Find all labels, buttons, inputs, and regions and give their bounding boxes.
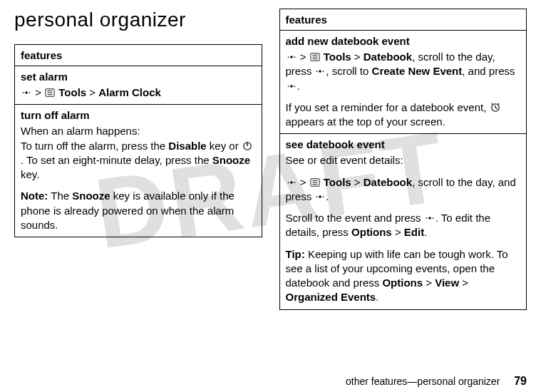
add-event-path: > Tools > Datebook, scroll to the day, p… <box>286 50 521 93</box>
text: key. <box>21 168 39 180</box>
right-table-header: features <box>279 9 527 31</box>
see-event-title: see datebook event <box>286 138 521 150</box>
tools-label: Tools <box>324 51 351 63</box>
separator: > <box>354 51 361 63</box>
page-footer: other features—personal organizer 79 <box>346 375 527 388</box>
text: , scroll to <box>326 65 371 77</box>
disable-key: Disable <box>168 140 206 152</box>
add-event-title: add new datebook event <box>286 35 521 47</box>
nav-dot-icon <box>315 191 325 201</box>
turn-off-alarm-title: turn off alarm <box>21 109 256 121</box>
text: Scroll to the event and press <box>286 212 424 224</box>
tools-icon <box>310 51 320 61</box>
view-label: View <box>435 277 459 289</box>
separator: > <box>395 226 401 238</box>
organized-events-label: Organized Events <box>286 291 376 303</box>
text: . To set an eight-minute delay, press th… <box>21 154 212 166</box>
nav-dot-icon <box>287 177 297 187</box>
tools-icon <box>45 87 55 97</box>
datebook-label: Datebook <box>364 51 412 63</box>
nav-dot-icon <box>315 66 325 76</box>
text: . <box>376 291 378 303</box>
text: The <box>48 190 72 202</box>
row-add-event: add new datebook event > Tools > Dateboo… <box>279 31 527 134</box>
text: key or <box>207 140 242 152</box>
options-label: Options <box>351 226 392 238</box>
alarm-clock-label: Alarm Clock <box>98 86 161 98</box>
nav-dot-icon <box>425 212 435 222</box>
reminder-note: If you set a reminder for a datebook eve… <box>286 100 521 130</box>
row-turn-off-alarm: turn off alarm When an alarm happens: To… <box>15 105 262 237</box>
note-block: Note: The Snooze key is available only i… <box>21 189 256 232</box>
page-title: personal organizer <box>14 9 262 31</box>
tools-label: Tools <box>58 86 86 98</box>
page-number: 79 <box>514 375 527 387</box>
tools-icon <box>310 177 320 187</box>
datebook-label: Datebook <box>364 176 412 188</box>
text: . <box>326 190 329 202</box>
separator: > <box>462 277 468 289</box>
power-icon <box>242 140 252 150</box>
nav-dot-icon <box>287 51 297 61</box>
edit-label: Edit <box>404 226 424 238</box>
set-alarm-title: set alarm <box>21 71 256 83</box>
snooze-key: Snooze <box>72 190 110 202</box>
reminder-icon <box>490 102 500 112</box>
text: When an alarm happens: <box>21 125 140 137</box>
nav-dot-icon <box>21 87 31 97</box>
note-label: Note: <box>21 190 48 202</box>
footer-text: other features—personal organizer <box>346 376 500 387</box>
create-new-event-label: Create New Event <box>372 65 463 77</box>
text: If you set a reminder for a datebook eve… <box>286 101 490 113</box>
tools-label: Tools <box>324 176 351 188</box>
row-set-alarm: set alarm > Tools > Alarm Clock <box>15 66 262 105</box>
text: , and press <box>462 65 515 77</box>
turn-off-alarm-body: When an alarm happens: To turn off the a… <box>21 124 256 182</box>
see-event-intro: See or edit event details: <box>286 153 521 167</box>
tip-block: Tip: Keeping up with life can be tough w… <box>286 247 521 305</box>
left-table-header: features <box>15 45 262 66</box>
separator: > <box>300 51 306 63</box>
separator: > <box>35 86 41 98</box>
text: . <box>424 226 427 238</box>
see-event-edit: Scroll to the event and press . To edit … <box>286 211 521 240</box>
see-event-path: > Tools > Datebook, scroll to the day, a… <box>286 175 521 205</box>
row-see-event: see datebook event See or edit event det… <box>279 134 527 309</box>
tip-label: Tip: <box>286 248 305 260</box>
right-features-table: features add new datebook event > Tools … <box>279 9 527 310</box>
separator: > <box>89 86 96 98</box>
set-alarm-path: > Tools > Alarm Clock <box>21 86 256 100</box>
left-features-table: features set alarm > Tools > Alarm Clock… <box>14 44 262 237</box>
separator: > <box>354 176 361 188</box>
separator: > <box>426 277 432 289</box>
nav-dot-icon <box>287 81 297 91</box>
separator: > <box>300 176 306 188</box>
text: appears at the top of your screen. <box>286 115 445 128</box>
options-label: Options <box>382 277 423 289</box>
left-column: personal organizer features set alarm > … <box>14 9 262 310</box>
text: To turn off the alarm, press the <box>21 140 168 152</box>
snooze-key: Snooze <box>212 154 250 166</box>
right-column: features add new datebook event > Tools … <box>279 9 527 310</box>
text: . <box>297 80 300 92</box>
